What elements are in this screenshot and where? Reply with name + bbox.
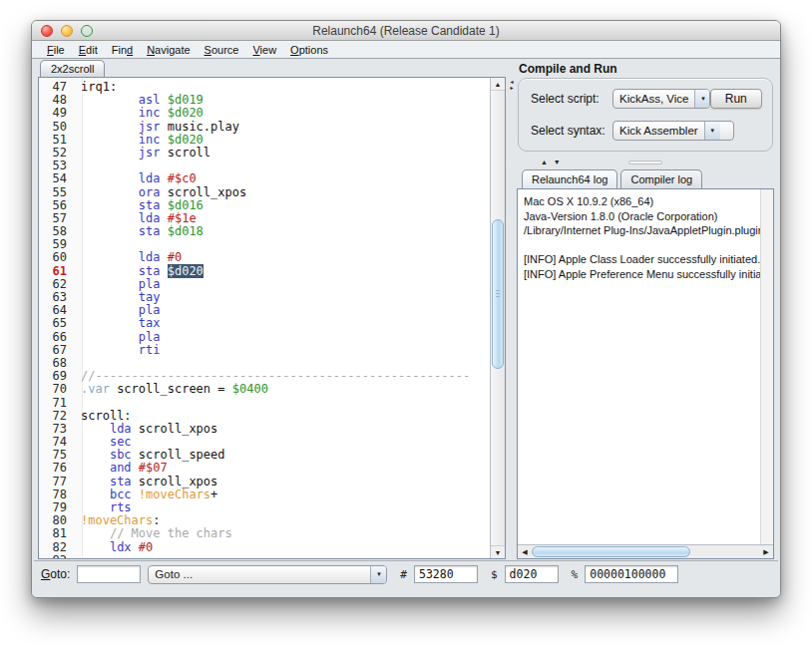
code-token: scroll: [81,409,132,423]
menu-source[interactable]: Source [198,44,246,56]
binary-input[interactable] [585,565,678,583]
code-token: asl [139,93,161,107]
line-number: 66 [39,331,75,344]
menu-view[interactable]: View [245,44,283,56]
code-token: #0 [139,540,153,554]
menu-options[interactable]: Options [283,44,335,56]
code-token: !moveChars [139,487,210,501]
chevron-down-icon[interactable]: ▼ [694,90,709,108]
code-token [81,264,139,278]
line-number: 61 [39,265,75,278]
code-lines: 47irq1:48 asl $d01949 inc $d02050 jsr mu… [39,81,490,558]
code-text: sta $d018 [75,225,203,238]
line-number: 71 [39,397,75,410]
editor-tab-2x2scroll[interactable]: 2x2scroll [40,60,105,77]
zoom-button[interactable] [81,25,93,37]
code-token: $d016 [168,198,203,212]
chevron-down-icon[interactable]: ▼ [370,566,386,583]
code-token: pla [139,303,161,317]
code-token: pla [139,330,161,344]
code-line-83[interactable]: 83 [39,554,490,558]
decimal-input[interactable] [414,565,478,583]
hex-input[interactable] [505,565,559,583]
code-line-58[interactable]: 58 sta $d018 [39,225,490,238]
decimal-label: # [400,568,407,581]
minimize-button[interactable] [61,25,73,37]
close-button[interactable] [41,25,53,37]
pane-splitter[interactable]: ◂ ▸ [508,77,514,559]
code-token: scroll_xpos [132,475,218,488]
code-token: #$07 [139,461,168,475]
code-token [160,224,167,238]
code-token: //--------------------------------------… [81,369,470,383]
script-combobox[interactable]: KickAss, Vice ▼ [612,89,710,109]
splitter-right-icon[interactable]: ▸ [508,85,516,91]
tab-relaunch64-log[interactable]: Relaunch64 log [522,169,617,188]
code-editor[interactable]: 47irq1:48 asl $d01949 inc $d02050 jsr mu… [38,77,506,559]
select-syntax-label: Select syntax: [531,124,612,138]
panel-split-divider[interactable]: ▲ ▼ [517,157,774,168]
goto-combobox[interactable]: Goto ... ▼ [148,565,387,584]
code-token [81,330,139,344]
log-output[interactable]: Mac OS X 10.9.2 (x86_64)Java-Version 1.8… [518,189,760,544]
chevron-down-icon[interactable]: ▼ [704,122,720,140]
code-token: jsr [139,120,161,134]
scroll-left-icon[interactable]: ◀ [518,545,532,558]
log-hscrollbar[interactable]: ◀ ▶ [518,544,773,558]
main-content: 2x2scroll 47irq1:48 asl $d01949 inc $d02… [32,59,780,597]
line-number: 67 [39,344,75,357]
scroll-down-icon[interactable]: ▼ [491,545,505,558]
code-token: rts [110,500,132,514]
run-button[interactable]: Run [710,89,762,109]
code-line-70[interactable]: 70.var scroll_screen = $0400 [39,383,490,396]
vscrollbar-thumb[interactable] [492,219,504,369]
compile-panel-title: Compile and Run [517,61,774,76]
goto-combobox-value: Goto ... [149,568,370,580]
line-number: 70 [39,383,75,396]
code-token [132,461,139,475]
menu-file[interactable]: File [40,44,72,56]
code-token [160,250,167,264]
code-token: : [153,513,160,527]
menu-navigate[interactable]: Navigate [140,44,197,56]
line-number: 55 [39,186,75,199]
code-token: music.play [160,120,238,134]
divider-grip[interactable] [628,161,662,164]
log-output-panel: Mac OS X 10.9.2 (x86_64)Java-Version 1.8… [517,188,774,559]
code-token: !moveChars [81,513,153,527]
hscrollbar-thumb[interactable] [532,546,690,557]
code-line-67[interactable]: 67 rti [39,344,490,357]
selected-token: $d020 [168,264,203,278]
menu-edit[interactable]: Edit [72,44,105,56]
code-token [132,540,139,554]
log-line: Mac OS X 10.9.2 (x86_64) [524,194,754,209]
window-title: Relaunch64 (Release Candidate 1) [32,24,780,38]
code-token [160,93,167,107]
scroll-right-icon[interactable]: ▶ [759,545,773,558]
code-token: rti [139,343,161,357]
splitter-collapse-icons[interactable]: ◂ ▸ [508,79,516,91]
code-token: lda [110,422,132,436]
code-token: ora [139,185,161,199]
editor-vscrollbar[interactable]: ▲ ▼ [490,78,505,558]
menu-find[interactable]: Find [105,44,140,56]
syntax-combobox[interactable]: Kick Assembler ▼ [612,121,734,141]
log-line: [INFO] Apple Class Loader successfully i… [524,252,754,267]
code-area[interactable]: 47irq1:48 asl $d01949 inc $d02050 jsr mu… [39,78,490,558]
code-line-82[interactable]: 82 ldx #0 [39,541,490,554]
code-token [81,540,110,554]
code-token [160,198,167,212]
code-token [81,133,139,147]
titlebar[interactable]: Relaunch64 (Release Candidate 1) [32,21,780,41]
code-token: sta [139,198,161,212]
line-number: 50 [39,121,75,134]
code-token: tax [139,316,161,330]
tab-compiler-log[interactable]: Compiler log [620,169,702,188]
code-text: jsr scroll [75,147,210,160]
scroll-up-icon[interactable]: ▲ [491,78,505,91]
goto-input[interactable] [77,565,141,583]
collapse-arrows-icon[interactable]: ▲ ▼ [541,159,563,165]
line-number: 60 [39,251,75,264]
code-line-52[interactable]: 52 jsr scroll [39,147,490,160]
log-vscrollbar-track[interactable] [760,189,773,544]
